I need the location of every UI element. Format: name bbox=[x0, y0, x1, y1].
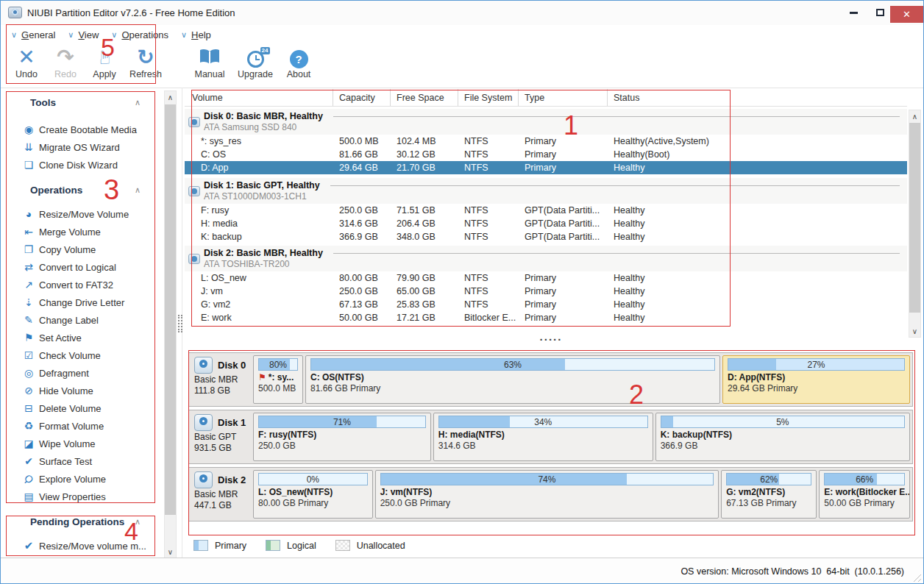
title-bar: NIUBI Partition Editor v7.2.6 - Free Hom… bbox=[1, 1, 923, 25]
section-header-tools[interactable]: Tools ∧ bbox=[1, 95, 157, 110]
table-row[interactable]: F: rusy250.0 GB71.51 GBNTFSGPT(Data Part… bbox=[185, 204, 907, 217]
disk-map-row: Disk 1 Basic GPT 931.5 GB 71% F: rusy(NT… bbox=[188, 410, 913, 464]
partition-block-k-backup[interactable]: 5% K: backup(NTFS) 366.9 GB bbox=[655, 413, 910, 461]
sidebar-item-format-volume[interactable]: ♻Format Volume bbox=[1, 417, 158, 435]
partition-block-d-app-selected[interactable]: 27% D: App(NTFS) 29.64 GB Primary bbox=[722, 355, 910, 404]
target-icon: ◎ bbox=[21, 367, 36, 379]
sidebar-item-wipe-volume[interactable]: ◪Wipe Volume bbox=[1, 435, 158, 452]
sidebar-item-change-drive-letter[interactable]: ⇣Change Drive Letter bbox=[1, 293, 158, 311]
sidebar-item-hide-volume[interactable]: ⊘Hide Volume bbox=[1, 382, 158, 399]
group-rule bbox=[330, 185, 900, 186]
partition-block-sys-res[interactable]: 80% ⚑*: sy... 500.0 MB bbox=[253, 355, 303, 404]
disk-tile[interactable]: Disk 0 Basic MBR 111.8 GB bbox=[191, 355, 253, 404]
apply-button[interactable]: ☞ Apply bbox=[86, 44, 123, 79]
refresh-button[interactable]: ↻ Refresh bbox=[125, 44, 166, 79]
disk-model: ATA ST1000DM003-1CH1 bbox=[204, 191, 900, 202]
menu-help[interactable]: ∨Help bbox=[181, 29, 211, 40]
partition-block-g-vm2[interactable]: 62% G: vm2(NTFS) 67.13 GB Primary bbox=[721, 470, 817, 519]
column-file-system[interactable]: File System bbox=[458, 89, 519, 106]
column-free-space[interactable]: Free Space bbox=[391, 89, 458, 106]
sidebar-item-delete-volume[interactable]: ⊟Delete Volume bbox=[1, 399, 158, 417]
table-row[interactable]: H: media314.6 GB206.4 GBNTFSGPT(Data Par… bbox=[185, 217, 907, 230]
maximize-button[interactable] bbox=[867, 1, 893, 24]
section-header-pending-operations[interactable]: Pending Operations ∧ bbox=[1, 514, 157, 529]
sidebar-item-set-active[interactable]: ⚑Set Active bbox=[1, 329, 158, 346]
close-button[interactable]: ✕ bbox=[890, 6, 923, 23]
disk-group-header[interactable]: Disk 2: Basic MBR, Healthy ATA TOSHIBA-T… bbox=[185, 246, 907, 271]
sidebar-item-resize-move-volume[interactable]: ◕Resize/Move Volume bbox=[1, 205, 158, 223]
check-icon: ✔ bbox=[21, 539, 36, 552]
upgrade-button[interactable]: 24 Upgrade bbox=[232, 44, 278, 79]
menu-general[interactable]: ∨General bbox=[11, 29, 55, 40]
disk-tile[interactable]: Disk 1 Basic GPT 931.5 GB bbox=[191, 413, 253, 461]
menu-view[interactable]: ∨View bbox=[68, 29, 99, 40]
table-row[interactable]: *: sys_res500.0 MB102.4 MBNTFSPrimaryHea… bbox=[185, 135, 907, 148]
column-type[interactable]: Type bbox=[519, 89, 608, 106]
vertical-splitter-handle[interactable] bbox=[178, 315, 182, 332]
column-status[interactable]: Status bbox=[608, 89, 907, 106]
table-row[interactable]: L: OS_new80.00 GB79.90 GBNTFSPrimaryHeal… bbox=[185, 271, 907, 285]
table-scrollbar[interactable]: ∧ ∨ bbox=[909, 110, 921, 338]
disk-icon bbox=[188, 117, 200, 127]
table-row[interactable]: J: vm250.0 GB65.00 GBNTFSPrimaryHealthy bbox=[185, 285, 907, 298]
disk-group-header[interactable]: Disk 1: Basic GPT, Healthy ATA ST1000DM0… bbox=[185, 178, 907, 204]
partition-block-c-os[interactable]: 63% C: OS(NTFS) 81.66 GB Primary bbox=[305, 355, 720, 404]
disk-tile[interactable]: Disk 2 Basic MBR 447.1 GB bbox=[191, 470, 253, 519]
about-question-icon: ? bbox=[290, 44, 308, 71]
redo-button[interactable]: ↷ Redo bbox=[47, 44, 84, 79]
disk-model: ATA TOSHIBA-TR200 bbox=[204, 259, 900, 269]
legend-primary: Primary bbox=[193, 540, 246, 551]
partition-block-f-rusy[interactable]: 71% F: rusy(NTFS) 250.0 GB bbox=[253, 413, 431, 461]
undo-button[interactable]: ✕ Undo bbox=[8, 44, 45, 79]
sidebar-item-convert-to-logical[interactable]: ⇄Convert to Logical bbox=[1, 258, 158, 276]
usage-bar: 5% bbox=[661, 416, 905, 428]
table-scrollbar-thumb[interactable] bbox=[909, 123, 920, 313]
sidebar-item-change-label[interactable]: ✎Change Label bbox=[1, 311, 158, 329]
disk-group-header[interactable]: Disk 0: Basic MBR, Healthy ATA Samsung S… bbox=[185, 109, 907, 135]
scroll-up-icon[interactable]: ∧ bbox=[909, 110, 920, 122]
sidebar-item-surface-test[interactable]: ✔Surface Test bbox=[1, 452, 158, 470]
sidebar-item-clone-disk-wizard[interactable]: ❏Clone Disk Wizard bbox=[1, 156, 158, 174]
usage-bar: 62% bbox=[726, 473, 811, 485]
section-header-operations[interactable]: Operations ∧ bbox=[1, 182, 157, 197]
manual-button[interactable]: Manual bbox=[189, 44, 230, 79]
hide-eye-icon: ⊘ bbox=[21, 385, 36, 396]
partition-block-l-os-new[interactable]: 0% L: OS_new(NTFS) 80.00 GB Primary bbox=[253, 470, 373, 519]
merge-arrow-icon: ⇤ bbox=[21, 226, 36, 238]
sidebar-item-migrate-os-wizard[interactable]: ⇊Migrate OS Wizard bbox=[1, 138, 158, 156]
column-capacity[interactable]: Capacity bbox=[333, 89, 391, 106]
redo-icon: ↷ bbox=[57, 44, 74, 71]
about-button[interactable]: ? About bbox=[280, 44, 317, 79]
menu-view-label: View bbox=[78, 29, 99, 40]
partition-block-e-work[interactable]: 66% E: work(Bitlocker E... 50.00 GB Prim… bbox=[819, 470, 910, 519]
sidebar-scrollbar[interactable]: ∧ ∨ bbox=[164, 90, 177, 558]
table-row-selected[interactable]: D: App29.64 GB21.70 GBNTFSPrimaryHealthy bbox=[185, 161, 907, 174]
sidebar-item-check-volume[interactable]: ☑Check Volume bbox=[1, 346, 158, 364]
sidebar-item-view-properties[interactable]: ▤View Properties bbox=[1, 488, 158, 505]
table-row[interactable]: C: OS81.66 GB30.12 GBNTFSPrimaryHealthy(… bbox=[185, 148, 907, 161]
table-row[interactable]: E: work50.00 GB17.21 GBBitlocker E...Pri… bbox=[185, 311, 907, 324]
table-row[interactable]: K: backup366.9 GB348.0 GBNTFSGPT(Data Pa… bbox=[185, 230, 907, 243]
scroll-down-icon[interactable]: ∨ bbox=[909, 325, 920, 337]
sidebar-item-create-bootable-media[interactable]: ◉Create Bootable Media bbox=[1, 121, 158, 138]
sidebar-item-copy-volume[interactable]: ❐Copy Volume bbox=[1, 241, 158, 258]
partition-block-j-vm[interactable]: 74% J: vm(NTFS) 250.0 GB Primary bbox=[375, 470, 719, 519]
pending-item-resize-move[interactable]: ✔Resize/Move volume m... bbox=[1, 537, 158, 555]
partition-block-h-media[interactable]: 34% H: media(NTFS) 314.6 GB bbox=[433, 413, 653, 461]
table-header: Volume Capacity Free Space File System T… bbox=[185, 89, 907, 107]
column-volume[interactable]: Volume bbox=[185, 89, 333, 106]
resize-grip[interactable] bbox=[911, 572, 921, 582]
sidebar-item-merge-volume[interactable]: ⇤Merge Volume bbox=[1, 223, 158, 241]
sidebar-item-explore-volume[interactable]: ϘExplore Volume bbox=[1, 470, 158, 488]
menu-operations-label: Operations bbox=[121, 29, 168, 40]
menu-bar: ∨General ∨View ∨Operations ∨Help bbox=[1, 25, 923, 44]
sidebar-scrollbar-thumb[interactable] bbox=[165, 104, 176, 515]
table-row[interactable]: G: vm267.13 GB25.83 GBNTFSPrimaryHealthy bbox=[185, 298, 907, 311]
scroll-up-icon[interactable]: ∧ bbox=[165, 91, 176, 103]
scroll-down-icon[interactable]: ∨ bbox=[165, 546, 176, 558]
sidebar-item-convert-to-fat32[interactable]: ↗Convert to FAT32 bbox=[1, 276, 158, 293]
menu-operations[interactable]: ∨Operations bbox=[111, 29, 168, 40]
horizontal-splitter-handle[interactable]: ..... bbox=[534, 333, 568, 343]
sidebar-item-defragment[interactable]: ◎Defragment bbox=[1, 364, 158, 382]
minimize-button[interactable] bbox=[840, 1, 867, 24]
